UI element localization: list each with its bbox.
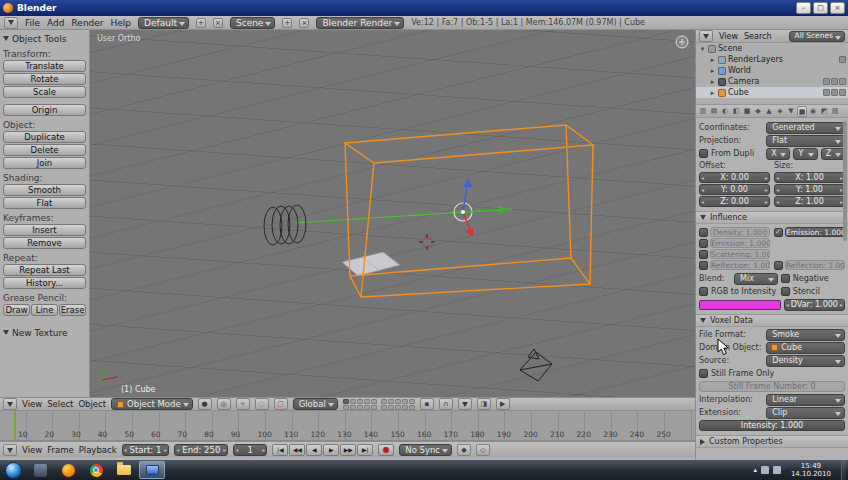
layer-toggle[interactable]: [395, 399, 401, 404]
layer-toggle[interactable]: [357, 405, 363, 410]
properties-tab[interactable]: ▥: [698, 106, 708, 117]
intensity-slider[interactable]: Intensity: 1.000: [699, 420, 845, 431]
layer-toggle[interactable]: [409, 405, 415, 410]
visibility-icon[interactable]: [823, 89, 830, 96]
tool-button-draw[interactable]: Draw: [3, 304, 30, 316]
3d-viewport[interactable]: User Ortho (1) Cube: [90, 30, 695, 397]
tool-button-rotate[interactable]: Rotate: [3, 73, 86, 85]
camera-object[interactable]: [520, 349, 552, 381]
properties-tab[interactable]: ◈: [775, 106, 785, 117]
search-menu[interactable]: Search: [744, 32, 771, 41]
keyframe-icon[interactable]: ◇: [476, 444, 490, 456]
new-texture-panel-header[interactable]: New Texture: [3, 326, 86, 339]
render-opengl-icon[interactable]: ◨: [477, 398, 491, 410]
influence-slider[interactable]: Scattering: 1.000: [710, 249, 770, 259]
pivot-center-icon[interactable]: ◎: [217, 398, 231, 410]
manipulator-translate-icon[interactable]: +: [236, 398, 250, 410]
translate-manipulator[interactable]: [454, 178, 508, 237]
layer-toggle[interactable]: [402, 399, 408, 404]
maximize-button[interactable]: □: [813, 2, 828, 14]
tool-button-repeat-last[interactable]: Repeat Last: [3, 264, 86, 276]
properties-tab[interactable]: ▲: [764, 106, 774, 117]
orientation-selector[interactable]: Global: [293, 398, 338, 410]
extension-selector[interactable]: Clip: [766, 407, 845, 419]
taskbar-firefox[interactable]: [55, 461, 81, 479]
layer-toggle[interactable]: [388, 399, 394, 404]
render-icon[interactable]: [839, 56, 846, 63]
tool-button-flat[interactable]: Flat: [3, 197, 86, 209]
layer-toggle[interactable]: [343, 399, 349, 404]
outliner-item-world[interactable]: ▸World: [696, 65, 848, 76]
expand-toolbar-icon[interactable]: [676, 36, 688, 48]
properties-tab[interactable]: ◐: [720, 106, 730, 117]
layer-toggle[interactable]: [381, 399, 387, 404]
expand-icon[interactable]: ▾: [699, 45, 706, 53]
screen-layout-selector[interactable]: Default: [138, 17, 189, 29]
tool-button-duplicate[interactable]: Duplicate: [3, 131, 86, 143]
remove-scene-button[interactable]: ×: [299, 18, 309, 28]
offset-x-field[interactable]: X: 0.00: [699, 172, 770, 183]
taskbar-explorer[interactable]: [111, 461, 137, 479]
object-menu[interactable]: Object: [78, 399, 106, 409]
tool-button-translate[interactable]: Translate: [3, 60, 86, 72]
view-menu[interactable]: View: [22, 399, 42, 409]
object-tools-panel-header[interactable]: Object Tools: [3, 32, 86, 45]
file-format-selector[interactable]: Smoke: [766, 329, 845, 341]
layer-toggle[interactable]: [350, 405, 356, 410]
layer-toggle[interactable]: [371, 399, 377, 404]
visibility-icon[interactable]: [823, 78, 830, 85]
blend-mode-selector[interactable]: Mix: [734, 273, 778, 285]
layer-toggle[interactable]: [371, 405, 377, 410]
outliner-item-scene[interactable]: ▾Scene: [696, 43, 848, 54]
record-button[interactable]: ●: [378, 444, 394, 456]
size-z-field[interactable]: Z: 1.00: [774, 196, 845, 207]
from-dupli-checkbox[interactable]: [699, 149, 708, 158]
voxel-data-panel-header[interactable]: Voxel Data: [696, 314, 848, 327]
custom-properties-panel-header[interactable]: Custom Properties: [696, 435, 848, 448]
start-frame-field[interactable]: Start: 1: [122, 444, 170, 456]
properties-tab[interactable]: ■: [742, 106, 752, 117]
influence-checkbox[interactable]: [774, 228, 783, 237]
rgb-to-intensity-checkbox[interactable]: [699, 287, 708, 296]
tray-expand-icon[interactable]: ▴: [753, 466, 757, 474]
layer-toggle[interactable]: [381, 405, 387, 410]
lock-icon[interactable]: ▪: [420, 398, 434, 410]
tool-button-delete[interactable]: Delete: [3, 144, 86, 156]
size-x-field[interactable]: X: 1.00: [774, 172, 845, 183]
layer-toggle[interactable]: [350, 399, 356, 404]
end-frame-field[interactable]: End: 250: [174, 444, 228, 456]
outliner-scope-selector[interactable]: All Scenes: [789, 31, 845, 42]
playback-menu[interactable]: Playback: [79, 445, 117, 455]
sync-mode-selector[interactable]: No Sync: [399, 444, 452, 456]
y-axis-selector[interactable]: Y: [793, 148, 817, 160]
playback-button[interactable]: ▶|: [357, 444, 373, 456]
torus-object[interactable]: [264, 205, 306, 245]
manipulator-rotate-icon[interactable]: ○: [255, 398, 269, 410]
editor-type-button[interactable]: [699, 30, 713, 42]
influence-checkbox[interactable]: [774, 261, 783, 270]
dvar-field[interactable]: DVar: 1.000: [784, 299, 845, 311]
influence-panel-header[interactable]: Influence: [696, 211, 848, 224]
still-frame-only-checkbox[interactable]: [699, 369, 708, 378]
influence-slider[interactable]: Reflection: 1.000: [710, 260, 770, 270]
expand-icon[interactable]: ▸: [709, 56, 716, 64]
view-menu[interactable]: View: [719, 32, 738, 41]
minimize-button[interactable]: –: [796, 2, 811, 14]
stencil-checkbox[interactable]: [781, 287, 790, 296]
taskbar-clock[interactable]: 15:49 14.10.2010: [785, 462, 837, 478]
tool-button-join[interactable]: Join: [3, 157, 86, 169]
add-menu[interactable]: Add: [47, 18, 64, 28]
expand-icon[interactable]: ▸: [709, 78, 716, 86]
properties-tab-texture[interactable]: ▦: [797, 106, 807, 117]
color-swatch[interactable]: [699, 300, 781, 310]
properties-tab[interactable]: ▧: [830, 106, 840, 117]
render-menu[interactable]: Render: [72, 18, 104, 28]
influence-slider[interactable]: Emission: 1.000: [710, 238, 770, 248]
influence-checkbox[interactable]: [699, 239, 708, 248]
domain-object-field[interactable]: Cube: [766, 342, 845, 354]
show-desktop-button[interactable]: [841, 460, 846, 480]
playback-button[interactable]: ▶▶: [340, 444, 356, 456]
properties-tab[interactable]: ◩: [819, 106, 829, 117]
z-axis-selector[interactable]: Z: [821, 148, 845, 160]
still-frame-number-slider[interactable]: Still Frame Number: 0: [699, 381, 845, 392]
